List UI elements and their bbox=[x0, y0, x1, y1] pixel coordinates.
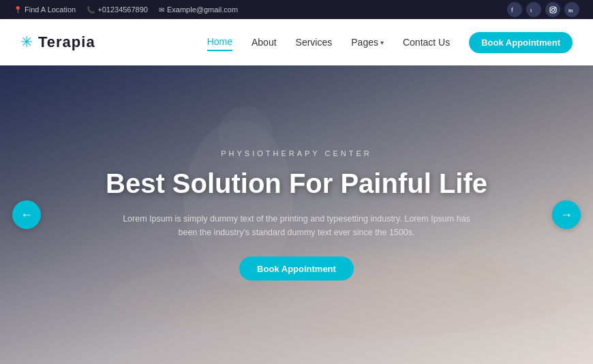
nav-about[interactable]: About bbox=[252, 34, 277, 50]
book-appointment-button[interactable]: Book Appointment bbox=[469, 32, 573, 53]
email-icon: ✉ bbox=[159, 6, 164, 14]
twitter-icon[interactable]: t bbox=[526, 2, 541, 17]
slider-next-button[interactable]: → bbox=[552, 200, 581, 229]
email-text: Example@gmail.com bbox=[167, 5, 238, 14]
nav-contact[interactable]: Contact Us bbox=[403, 34, 450, 50]
topbar-social: f t in bbox=[507, 2, 579, 17]
instagram-icon[interactable] bbox=[545, 2, 560, 17]
nav-links: Home About Services Pages ▾ Contact Us B… bbox=[207, 32, 573, 53]
logo-icon: ✳ bbox=[20, 33, 33, 51]
location-text: Find A Location bbox=[25, 5, 76, 14]
topbar-email: ✉ Example@gmail.com bbox=[159, 5, 238, 14]
svg-point-3 bbox=[551, 8, 554, 11]
nav-home[interactable]: Home bbox=[207, 33, 232, 51]
phone-text: +01234567890 bbox=[97, 5, 148, 14]
facebook-icon[interactable]: f bbox=[507, 2, 522, 17]
svg-text:in: in bbox=[568, 8, 573, 13]
arrow-left-icon: ← bbox=[20, 208, 33, 222]
hero-description: Lorem Ipsum is simply dummy text of the … bbox=[119, 212, 474, 239]
linkedin-icon[interactable]: in bbox=[564, 2, 579, 17]
chevron-down-icon: ▾ bbox=[380, 39, 384, 46]
topbar-left: 📍 Find A Location 📞 +01234567890 ✉ Examp… bbox=[14, 5, 238, 14]
location-icon: 📍 bbox=[14, 6, 22, 14]
svg-text:t: t bbox=[530, 7, 532, 13]
logo-text: Terapia bbox=[38, 33, 95, 51]
navbar: ✳ Terapia Home About Services Pages ▾ Co… bbox=[0, 19, 593, 65]
arrow-right-icon: → bbox=[560, 208, 573, 222]
svg-text:f: f bbox=[511, 7, 513, 13]
hero-title: Best Solution For Painful Life bbox=[92, 167, 501, 200]
hero-subtitle: PHYSIOTHERAPY CENTER bbox=[92, 149, 501, 157]
hero-content: PHYSIOTHERAPY CENTER Best Solution For P… bbox=[92, 149, 501, 281]
slider-prev-button[interactable]: ← bbox=[12, 200, 41, 229]
nav-services[interactable]: Services bbox=[296, 34, 333, 50]
hero-cta-button[interactable]: Book Appointment bbox=[239, 257, 354, 281]
svg-point-4 bbox=[554, 7, 555, 8]
topbar: 📍 Find A Location 📞 +01234567890 ✉ Examp… bbox=[0, 0, 593, 19]
nav-pages[interactable]: Pages ▾ bbox=[351, 34, 384, 50]
topbar-phone: 📞 +01234567890 bbox=[87, 5, 148, 14]
phone-icon: 📞 bbox=[87, 6, 95, 14]
topbar-location: 📍 Find A Location bbox=[14, 5, 76, 14]
logo[interactable]: ✳ Terapia bbox=[20, 33, 95, 51]
hero-section: ← PHYSIOTHERAPY CENTER Best Solution For… bbox=[0, 65, 593, 364]
